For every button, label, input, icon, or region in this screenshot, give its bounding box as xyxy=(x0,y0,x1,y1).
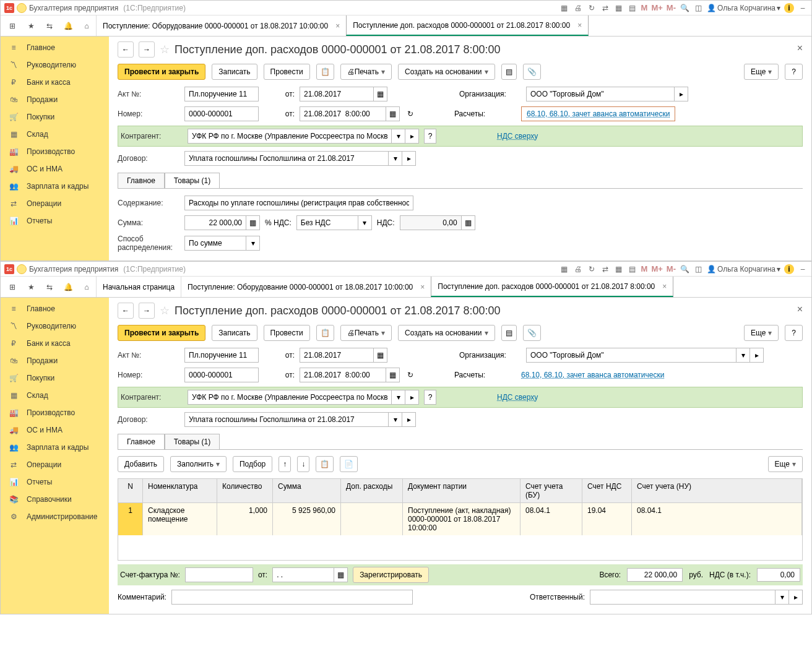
sidebar-item-payroll[interactable]: 👥Зарплата и кадры xyxy=(1,178,109,195)
open-icon[interactable]: ▸ xyxy=(402,151,416,166)
sidebar-item-sales[interactable]: 🛍Продажи xyxy=(1,91,109,108)
calendar-icon[interactable]: ▦ xyxy=(614,264,624,274)
calendar-icon[interactable]: ▦ xyxy=(374,348,387,363)
tab-home[interactable]: Начальная страница xyxy=(96,277,181,297)
sidebar-item-reports[interactable]: 📊Отчеты xyxy=(1,473,109,491)
grid-icon[interactable]: ▦ xyxy=(559,264,569,274)
forward-button[interactable]: → xyxy=(139,303,155,319)
sidebar-item-operations[interactable]: ⇄Операции xyxy=(1,456,109,473)
print-icon[interactable]: 🖨 xyxy=(573,264,583,274)
print-button[interactable]: 🖨 Печать xyxy=(340,325,392,341)
dt-kt-icon[interactable]: 📋 xyxy=(316,64,334,80)
grid-menu-icon[interactable]: ⊞ xyxy=(3,278,22,296)
window-icon[interactable]: ◫ xyxy=(693,264,703,274)
number-date-input[interactable] xyxy=(300,106,386,121)
add-button[interactable]: Добавить xyxy=(118,456,164,472)
up-icon[interactable]: ↑ xyxy=(279,456,291,472)
invoice-input[interactable] xyxy=(185,567,253,582)
sidebar-item-reports[interactable]: 📊Отчеты xyxy=(1,212,109,230)
grid-icon[interactable]: ▦ xyxy=(559,3,569,13)
dropdown-icon[interactable]: ▾ xyxy=(392,129,405,144)
link-icon[interactable]: ⇆ xyxy=(40,17,59,35)
m-plus-icon[interactable]: M+ xyxy=(651,3,662,12)
open-icon[interactable]: ▸ xyxy=(405,129,419,144)
more-button[interactable]: Еще xyxy=(768,456,803,472)
dropdown-icon[interactable]: ▾ xyxy=(358,215,372,230)
responsible-input[interactable] xyxy=(590,590,775,605)
star-icon[interactable]: ★ xyxy=(22,17,40,35)
open-icon[interactable]: ▸ xyxy=(675,87,688,101)
grid-menu-icon[interactable]: ⊞ xyxy=(3,17,22,35)
refresh-icon[interactable]: ↻ xyxy=(587,264,597,274)
sidebar-item-production[interactable]: 🏭Производство xyxy=(1,404,109,421)
save-button[interactable]: Записать xyxy=(212,325,257,341)
tab-receipt-addexp[interactable]: Поступление доп. расходов 0000-000001 от… xyxy=(431,277,673,297)
dt-kt-icon[interactable]: 📋 xyxy=(316,325,334,341)
info-icon[interactable]: i xyxy=(784,264,794,274)
help-button[interactable]: ? xyxy=(785,64,803,80)
sidebar-item-manager[interactable]: 〽Руководителю xyxy=(1,317,109,335)
sidebar-item-operations[interactable]: ⇄Операции xyxy=(1,195,109,212)
calc-link[interactable]: 68.10, 68.10, зачет аванса автоматически xyxy=(521,371,664,379)
window-icon[interactable]: ◫ xyxy=(693,3,703,13)
link-icon[interactable]: ⇆ xyxy=(40,278,59,296)
comment-input[interactable] xyxy=(171,590,413,605)
org-input[interactable] xyxy=(526,87,675,101)
copy-icon[interactable]: 📋 xyxy=(316,456,334,472)
calendar-icon[interactable]: ▦ xyxy=(386,106,400,121)
vat-link[interactable]: НДС сверху xyxy=(497,132,538,140)
number-input[interactable] xyxy=(184,368,259,382)
compare-icon[interactable]: ⇄ xyxy=(600,3,610,13)
number-date-input[interactable] xyxy=(300,368,386,382)
calc-icon[interactable]: ▤ xyxy=(628,3,637,13)
minimize-icon[interactable]: – xyxy=(798,264,808,274)
favorite-icon[interactable]: ☆ xyxy=(160,43,170,56)
distrib-input[interactable] xyxy=(184,236,246,251)
post-close-button[interactable]: Провести и закрыть xyxy=(118,64,205,80)
attach-icon[interactable]: 📎 xyxy=(523,64,541,80)
dropdown-icon[interactable]: ▾ xyxy=(392,390,405,405)
register-button[interactable]: Зарегистрировать xyxy=(353,567,429,583)
counterparty-input[interactable] xyxy=(188,129,392,144)
content-input[interactable] xyxy=(184,196,413,210)
sidebar-item-main[interactable]: ≡Главное xyxy=(1,39,109,56)
dropdown-icon[interactable] xyxy=(17,264,27,274)
calendar-icon[interactable]: ▦ xyxy=(614,3,624,13)
bell-icon[interactable]: 🔔 xyxy=(59,17,77,35)
sidebar-item-purchases[interactable]: 🛒Покупки xyxy=(1,369,109,387)
user-label[interactable]: 👤Ольга Корчагина ▾ xyxy=(707,265,780,274)
back-button[interactable]: ← xyxy=(118,41,134,58)
sidebar-item-bank[interactable]: ₽Банк и касса xyxy=(1,335,109,352)
akt-date-input[interactable] xyxy=(300,348,374,363)
sidebar-item-purchases[interactable]: 🛒Покупки xyxy=(1,108,109,126)
number-input[interactable] xyxy=(184,106,259,121)
close-icon[interactable]: × xyxy=(420,283,425,291)
info-icon[interactable]: i xyxy=(784,3,794,13)
compare-icon[interactable]: ⇄ xyxy=(600,264,610,274)
print-button[interactable]: 🖨 Печать xyxy=(340,64,392,80)
forward-button[interactable]: → xyxy=(139,41,155,58)
post-button[interactable]: Провести xyxy=(264,64,310,80)
open-icon[interactable]: ▸ xyxy=(405,390,419,405)
struct-icon[interactable]: ▤ xyxy=(501,64,517,80)
attach-icon[interactable]: 📎 xyxy=(523,325,541,341)
sidebar-item-assets[interactable]: 🚚ОС и НМА xyxy=(1,421,109,439)
calc-icon[interactable]: ▤ xyxy=(628,264,637,274)
struct-icon[interactable]: ▤ xyxy=(501,325,517,341)
vat-link[interactable]: НДС сверху xyxy=(497,393,538,402)
favorite-icon[interactable]: ☆ xyxy=(160,304,170,317)
akt-date-input[interactable] xyxy=(300,87,374,101)
contract-input[interactable] xyxy=(184,151,389,166)
tab-receipt-addexp[interactable]: Поступление доп. расходов 0000-000001 от… xyxy=(346,15,589,36)
paste-icon[interactable]: 📄 xyxy=(340,456,358,472)
akt-input[interactable] xyxy=(184,348,259,363)
contract-input[interactable] xyxy=(184,412,389,427)
calc-icon[interactable]: ▦ xyxy=(462,215,475,230)
close-icon[interactable]: × xyxy=(577,21,582,30)
help-button[interactable]: ? xyxy=(785,325,803,341)
sidebar-item-bank[interactable]: ₽Банк и касса xyxy=(1,74,109,91)
refresh-icon[interactable]: ↻ xyxy=(407,110,413,118)
calc-link[interactable]: 68.10, 68.10, зачет аванса автоматически xyxy=(521,106,675,121)
tab-receipt-equipment[interactable]: Поступление: Оборудование 0000-000001 от… xyxy=(96,15,346,36)
invoice-date-input[interactable] xyxy=(272,567,334,582)
